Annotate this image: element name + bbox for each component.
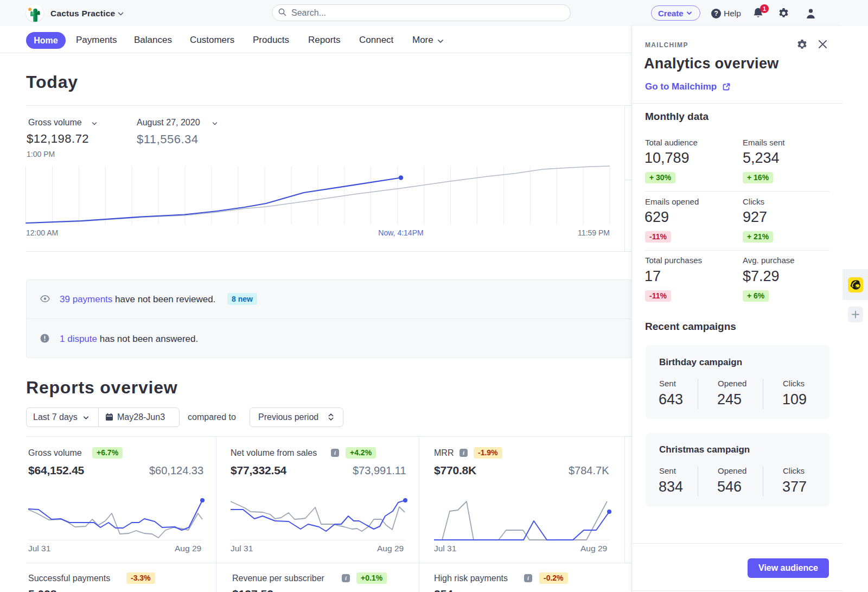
svg-text:?: ?: [714, 10, 718, 17]
